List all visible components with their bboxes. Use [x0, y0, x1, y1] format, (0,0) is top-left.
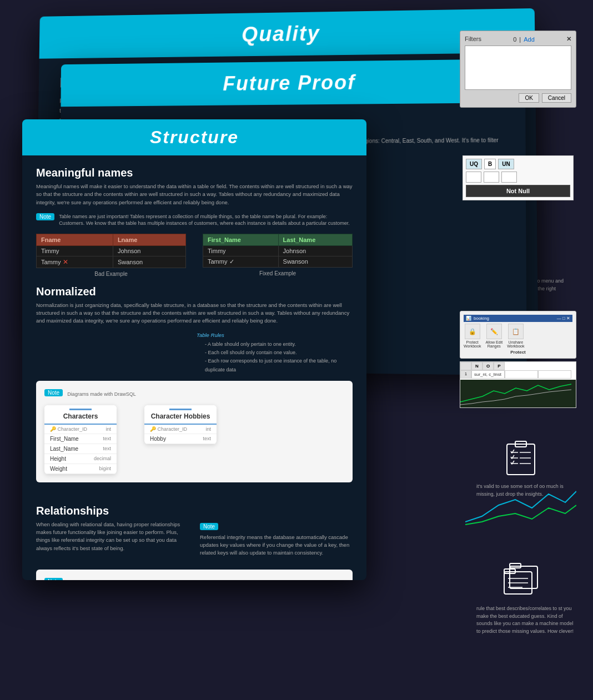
cancel-button[interactable]: Cancel — [542, 93, 571, 103]
future-title: Future Proof — [71, 69, 515, 97]
field-name-height: Height — [50, 456, 66, 462]
quality-title: Quality — [49, 18, 525, 49]
toolbar-row: 🔒 ProtectWorkbook ✏️ Allow EditRanges 📋 … — [464, 324, 572, 348]
excel-toolbar: 📊 booking — □ ✕ 🔒 ProtectWorkbook ✏️ All… — [460, 311, 576, 359]
good-col-lastname: Last_Name — [278, 234, 352, 245]
db-row-weight: Weight bigint — [44, 464, 117, 474]
line-chart-area — [465, 483, 576, 527]
note-badge-diagram1: Note — [44, 389, 63, 396]
relationships-left: When dealing with relational data, havin… — [36, 521, 189, 564]
field-type-text2: text — [103, 446, 111, 452]
field-type-bigint: bigint — [99, 466, 111, 472]
allow-edit-icon[interactable]: ✏️ — [486, 324, 502, 339]
db-row-hobby-character-id: 🔑 Character_ID int — [144, 425, 217, 434]
line-green — [465, 505, 576, 525]
mini-line-chart — [460, 380, 576, 407]
characters-table-widget: Characters 🔑 Character_ID int First_Name… — [44, 405, 117, 474]
rule-item: A table should only pertain to one entit… — [205, 340, 353, 349]
diagram-tables-row-1: Characters 🔑 Character_ID int First_Name… — [44, 405, 344, 474]
protect-workbook-icon[interactable]: 🔒 — [465, 324, 480, 339]
cell-empty-3 — [501, 172, 517, 183]
future-header: Future Proof — [61, 59, 525, 107]
field-name-weight: Weight — [50, 466, 67, 472]
hobbies-table-widget: Character Hobbies 🔑 Character_ID int Hob… — [144, 405, 217, 444]
table-rules-label: Table Rules — [197, 332, 353, 338]
spreadsheet-data-row: 1 sur_nl, c_linst — [460, 370, 576, 379]
line-blue — [465, 491, 576, 522]
field-name-hobby: Hobby — [150, 436, 166, 442]
cell-timmy-fname: Timmy — [37, 245, 113, 256]
bad-example-label: Bad Example — [36, 271, 186, 277]
toolbar-protect-sheet[interactable]: 📋 UnshareWorkbook — [507, 324, 524, 348]
row-num-1: 1 — [460, 370, 471, 379]
characters-table-title: Characters — [44, 405, 117, 425]
rule-item: Each row corresponds to just one instanc… — [205, 357, 353, 374]
cell-o1 — [505, 370, 538, 379]
relationships-row: When dealing with relational data, havin… — [36, 521, 353, 564]
relationships-right: Note Referential integrity means the dat… — [200, 521, 353, 564]
structure-header: Structure — [22, 119, 366, 155]
protect-sheet-icon[interactable]: 📋 — [508, 324, 524, 339]
filter-dialog-header: Filters 0 | Add ✕ — [465, 36, 571, 43]
normalized-text: Normalization is just organizing data, s… — [36, 301, 353, 325]
filter-dialog-body — [465, 46, 571, 90]
relationships-heading: Relationships — [36, 505, 353, 517]
excel-columns-header: UQ B UN — [466, 159, 570, 169]
col-o: O — [483, 362, 494, 370]
col-p: P — [494, 362, 505, 370]
decorative-line-chart — [465, 483, 576, 527]
tasklist-svg-icon — [504, 439, 537, 477]
mini-spreadsheet: N O P 1 sur_nl, c_linst — [460, 361, 576, 408]
col-un: UN — [498, 159, 514, 169]
field-name-lastname: Last_Name — [50, 446, 78, 452]
field-name-firstname: First_Name — [50, 436, 79, 442]
protect-workbook-label: ProtectWorkbook — [464, 340, 481, 348]
cell-good-tammy-fname: Tammy ✓ — [203, 256, 279, 267]
table-row: Tammy ✕ Swanson — [37, 256, 186, 268]
excel-filename: booking — [474, 316, 489, 321]
filter-title: Filters — [465, 36, 481, 43]
cell-tammy-fname: Tammy ✕ — [37, 256, 113, 268]
relationships-section: Relationships When dealing with relation… — [22, 493, 366, 580]
delete-icon: ✕ — [63, 258, 68, 266]
close-icon[interactable]: ✕ — [566, 36, 571, 43]
slide-structure: Structure Meaningful names Meaningful na… — [22, 119, 366, 580]
tasklist-icon-area — [504, 439, 537, 480]
filter-zero: 0 — [513, 36, 516, 43]
cell-timmy-lname: Johnson — [113, 245, 185, 256]
cell-header-empty — [460, 362, 471, 370]
toolbar-protect-workbook[interactable]: 🔒 ProtectWorkbook — [464, 324, 481, 348]
col-b: B — [484, 159, 496, 169]
field-key-icon-hobby: 🔑 Character_ID — [150, 426, 187, 432]
bad-col-lname: Lname — [113, 234, 185, 245]
structure-title: Structure — [30, 127, 359, 148]
db-row-character-id: 🔑 Character_ID int — [44, 425, 117, 434]
cell-tammy-lname: Swanson — [113, 256, 185, 268]
cell-good-timmy-fname: Timmy — [203, 245, 279, 256]
excel-toolbar-area: 📊 booking — □ ✕ 🔒 ProtectWorkbook ✏️ All… — [460, 311, 576, 408]
field-type-int-hobby: int — [205, 426, 211, 432]
field-type-text-hobby: text — [203, 436, 211, 442]
toolbar-allow-edit[interactable]: ✏️ Allow EditRanges — [485, 324, 502, 348]
db-row-height: Height decimal — [44, 454, 117, 464]
line-chart-svg — [460, 380, 576, 407]
table-row: Timmy Johnson — [37, 245, 186, 256]
note-row-normalized: Table Rules A table should only pertain … — [36, 332, 353, 374]
protect-sheet-label: UnshareWorkbook — [507, 340, 524, 348]
normalized-heading: Normalized — [36, 285, 353, 298]
field-type-decimal: decimal — [94, 456, 111, 462]
bad-col-fname: Fname — [37, 234, 113, 245]
bad-example-block: Fname Lname Timmy Johnson Tammy ✕ — [36, 234, 186, 277]
good-table: First_Name Last_Name Timmy Johnson Tammy… — [203, 234, 353, 268]
table-row: Tammy ✓ Swanson — [203, 256, 353, 267]
col-n: N — [471, 362, 483, 370]
note-row-meaningful: Note Table names are just important! Tab… — [36, 213, 353, 227]
filter-add[interactable]: Add — [524, 36, 535, 43]
slides-container: Quality Relevant Relevancy is about havi… — [0, 0, 593, 700]
ok-button[interactable]: OK — [519, 93, 539, 103]
bad-table: Fname Lname Timmy Johnson Tammy ✕ — [36, 234, 186, 268]
diagram-box-1: Note Diagrams made with DrawSQL Characte… — [36, 381, 353, 482]
cell-good-timmy-lname: Johnson — [278, 245, 352, 256]
db-row-last-name: Last_Name text — [44, 444, 117, 454]
line-chart-green — [460, 384, 571, 402]
